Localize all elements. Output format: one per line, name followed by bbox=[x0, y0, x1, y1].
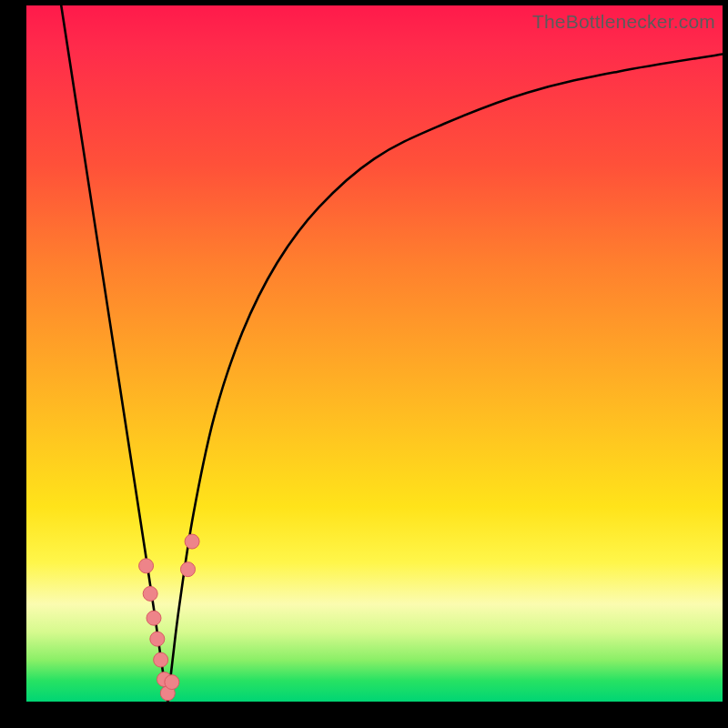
marker-point bbox=[139, 559, 154, 573]
plot-area: TheBottlenecker.com bbox=[26, 5, 723, 702]
marker-point bbox=[185, 534, 199, 549]
marker-point bbox=[143, 586, 157, 601]
chart-frame: TheBottlenecker.com bbox=[0, 0, 728, 728]
marker-point bbox=[180, 562, 195, 577]
marker-point bbox=[150, 632, 165, 646]
watermark-label: TheBottlenecker.com bbox=[532, 11, 715, 33]
chart-svg bbox=[26, 5, 723, 702]
data-markers bbox=[139, 534, 199, 701]
marker-point bbox=[147, 611, 161, 625]
bottleneck-curve bbox=[61, 5, 723, 702]
series-right-branch bbox=[167, 55, 723, 702]
marker-point bbox=[165, 675, 179, 690]
marker-point bbox=[154, 652, 168, 667]
